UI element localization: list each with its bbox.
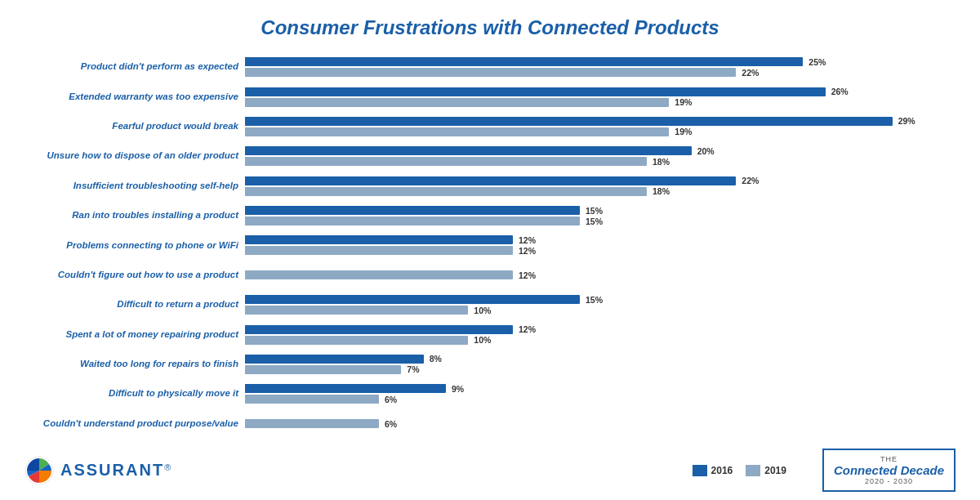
bar-2016-0 bbox=[245, 57, 803, 66]
bar-group-12: 6% bbox=[245, 411, 964, 437]
bar-value-2016-5: 15% bbox=[586, 206, 603, 216]
bar-row-2016-4: 22% bbox=[245, 176, 964, 185]
chart-container: Consumer Frustrations with Connected Pro… bbox=[0, 0, 980, 500]
bar-value-2016-1: 26% bbox=[831, 87, 849, 96]
bar-2019-6 bbox=[245, 246, 513, 255]
bar-group-2: 29%19% bbox=[245, 114, 964, 140]
bar-row-2019-3: 18% bbox=[245, 157, 964, 167]
chart-title: Consumer Frustrations with Connected Pro… bbox=[16, 16, 964, 39]
legend-2016-box bbox=[693, 465, 707, 476]
bar-label-1: Extended warranty was too expensive bbox=[16, 84, 238, 110]
bar-label-0: Product didn't perform as expected bbox=[16, 54, 238, 80]
bar-value-2019-12: 6% bbox=[385, 419, 397, 429]
bar-label-3: Unsure how to dispose of an older produc… bbox=[16, 143, 238, 169]
bars-column: 25%22%26%19%29%19%20%18%22%18%15%15%12%1… bbox=[245, 52, 964, 439]
bar-value-2016-8: 15% bbox=[586, 295, 603, 305]
bar-row-2016-9: 12% bbox=[245, 324, 964, 334]
bar-group-1: 26%19% bbox=[245, 84, 964, 110]
bar-2019-8 bbox=[245, 306, 468, 315]
bar-group-11: 9%6% bbox=[245, 381, 964, 407]
bar-group-0: 25%22% bbox=[245, 54, 964, 80]
bar-value-2016-2: 29% bbox=[898, 116, 915, 126]
bar-label-4: Insufficient troubleshooting self-help bbox=[16, 173, 238, 199]
bar-2016-4 bbox=[245, 176, 736, 185]
bar-label-10: Waited too long for repairs to finish bbox=[16, 351, 238, 377]
bar-value-2016-0: 25% bbox=[808, 57, 826, 67]
bar-group-5: 15%15% bbox=[245, 203, 964, 229]
footer: ASSURANT® 2016 2019 the Connected Decade… bbox=[16, 445, 964, 492]
chart-body: Product didn't perform as expectedExtend… bbox=[16, 52, 964, 439]
bar-row-2019-1: 19% bbox=[245, 97, 964, 107]
bar-2016-9 bbox=[245, 325, 513, 334]
legend-and-badge: 2016 2019 the Connected Decade 2020 - 20… bbox=[693, 449, 956, 492]
bar-2019-1 bbox=[245, 98, 669, 107]
bar-2016-10 bbox=[245, 355, 424, 364]
brand-name: ASSURANT® bbox=[60, 461, 171, 480]
bar-row-2016-5: 15% bbox=[245, 206, 964, 216]
bar-value-2016-4: 22% bbox=[742, 176, 759, 185]
bar-2019-0 bbox=[245, 68, 736, 77]
bar-row-2019-6: 12% bbox=[245, 246, 964, 256]
bar-2019-2 bbox=[245, 127, 669, 136]
bar-row-2016-0: 25% bbox=[245, 57, 964, 67]
bar-value-2019-1: 19% bbox=[675, 97, 692, 107]
legend-area: 2016 2019 bbox=[693, 465, 786, 476]
bar-row-2019-10: 7% bbox=[245, 364, 964, 374]
bar-label-12: Couldn't understand product purpose/valu… bbox=[16, 411, 238, 437]
bar-row-2016-8: 15% bbox=[245, 295, 964, 305]
bar-value-2016-3: 20% bbox=[697, 146, 715, 156]
bar-row-2019-5: 15% bbox=[245, 217, 964, 226]
bar-2019-12 bbox=[245, 419, 379, 428]
bar-2019-7 bbox=[245, 270, 513, 279]
bar-group-6: 12%12% bbox=[245, 232, 964, 258]
bar-value-2016-9: 12% bbox=[519, 324, 536, 334]
bar-2019-9 bbox=[245, 336, 468, 345]
bar-value-2019-3: 18% bbox=[653, 157, 670, 167]
bar-group-10: 8%7% bbox=[245, 351, 964, 377]
bar-group-8: 15%10% bbox=[245, 292, 964, 318]
bar-row-2019-9: 10% bbox=[245, 335, 964, 345]
bar-row-2019-8: 10% bbox=[245, 306, 964, 315]
bar-row-2016-6: 12% bbox=[245, 235, 964, 245]
bar-label-11: Difficult to physically move it bbox=[16, 381, 238, 407]
legend-2019: 2019 bbox=[746, 465, 786, 476]
bar-row-2016-10: 8% bbox=[245, 354, 964, 364]
bar-label-6: Problems connecting to phone or WiFi bbox=[16, 232, 238, 258]
bar-group-4: 22%18% bbox=[245, 173, 964, 199]
bar-label-7: Couldn't figure out how to use a product bbox=[16, 262, 238, 288]
bar-2016-1 bbox=[245, 87, 826, 96]
bar-group-9: 12%10% bbox=[245, 322, 964, 348]
bar-label-2: Fearful product would break bbox=[16, 114, 238, 140]
bar-row-2016-1: 26% bbox=[245, 87, 964, 96]
labels-column: Product didn't perform as expectedExtend… bbox=[16, 52, 245, 439]
bar-value-2019-4: 18% bbox=[653, 186, 670, 196]
bar-value-2019-6: 12% bbox=[519, 246, 536, 256]
connected-decade-badge: the Connected Decade 2020 - 2030 bbox=[822, 449, 956, 492]
bar-group-3: 20%18% bbox=[245, 143, 964, 169]
bar-2019-5 bbox=[245, 217, 580, 225]
bar-2016-3 bbox=[245, 146, 692, 155]
connected-text: the bbox=[880, 455, 898, 463]
bar-row-2019-0: 22% bbox=[245, 68, 964, 78]
logo-area: ASSURANT® bbox=[24, 456, 171, 485]
bar-value-2016-10: 8% bbox=[430, 354, 442, 364]
bar-value-2019-9: 10% bbox=[474, 335, 491, 345]
bar-row-2019-11: 6% bbox=[245, 395, 964, 404]
bar-2019-10 bbox=[245, 365, 401, 374]
bar-row-2019-2: 19% bbox=[245, 127, 964, 136]
bar-label-9: Spent a lot of money repairing product bbox=[16, 322, 238, 348]
bar-row-2019-12: 6% bbox=[245, 419, 964, 429]
years-text: 2020 - 2030 bbox=[865, 477, 913, 485]
bar-row-2016-11: 9% bbox=[245, 384, 964, 394]
bar-row-2016-3: 20% bbox=[245, 146, 964, 156]
bar-value-2019-8: 10% bbox=[474, 306, 491, 315]
decade-text: Connected Decade bbox=[834, 463, 944, 477]
bar-value-2019-11: 6% bbox=[385, 395, 397, 404]
bar-value-2019-10: 7% bbox=[407, 364, 419, 374]
bar-value-2019-2: 19% bbox=[675, 127, 692, 136]
bar-2016-8 bbox=[245, 295, 580, 304]
assurant-logo-icon bbox=[24, 456, 54, 485]
bar-2016-6 bbox=[245, 235, 513, 244]
bar-2019-3 bbox=[245, 157, 647, 166]
bar-row-2019-7: 12% bbox=[245, 270, 964, 280]
